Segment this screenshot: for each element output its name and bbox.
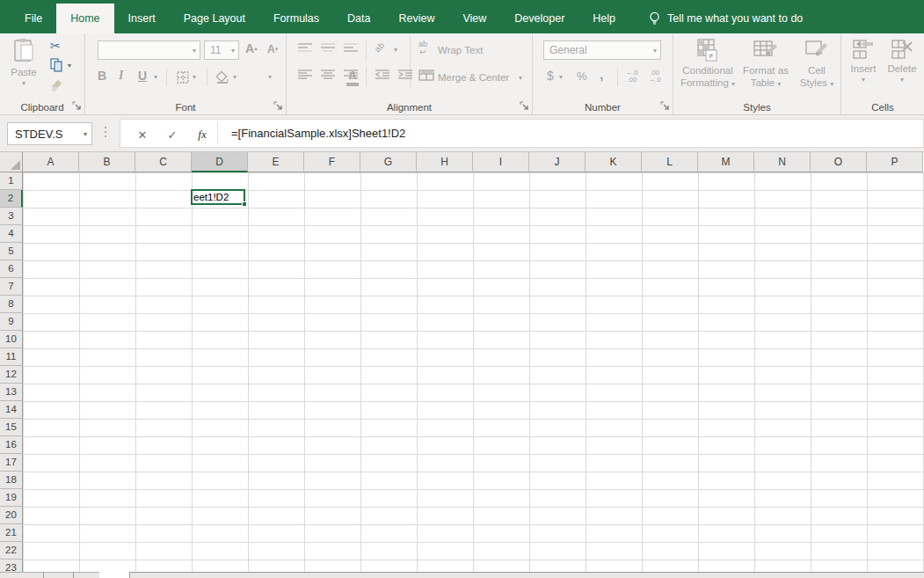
row-header[interactable]: 1 xyxy=(0,172,23,190)
merge-center-label[interactable]: Merge & Center xyxy=(438,72,509,83)
cancel-button[interactable]: ✕ xyxy=(131,124,154,145)
middle-align-button[interactable] xyxy=(320,42,336,53)
formula-input[interactable]: =[FinancialSample.xlsx]Sheet1!D2 xyxy=(231,127,405,140)
row-header[interactable]: 11 xyxy=(0,348,23,366)
font-name-combo[interactable]: ▾ xyxy=(98,40,200,60)
menu-tab[interactable]: Data xyxy=(333,4,384,33)
underline-button[interactable]: U xyxy=(138,69,147,83)
fill-handle[interactable] xyxy=(242,201,247,207)
name-box-dropdown-icon[interactable]: ▾ xyxy=(84,131,87,138)
row-header[interactable]: 17 xyxy=(0,454,23,472)
menu-tab[interactable]: Home xyxy=(56,4,113,33)
merge-center-button[interactable] xyxy=(418,70,434,81)
row-header[interactable]: 15 xyxy=(0,419,23,436)
select-all-button[interactable] xyxy=(0,152,23,172)
underline-dropdown-icon[interactable]: ▾ xyxy=(154,74,157,81)
tell-me-box[interactable]: Tell me what you want to do xyxy=(649,4,803,33)
row-header[interactable]: 8 xyxy=(0,296,23,313)
fill-color-dropdown-icon[interactable]: ▾ xyxy=(233,74,236,81)
sheet-cells[interactable]: eet1!D2 xyxy=(23,172,924,578)
row-header[interactable]: 18 xyxy=(0,472,23,489)
sheet-tab-bar-left[interactable] xyxy=(0,572,99,578)
row-header[interactable]: 2 xyxy=(0,190,23,208)
font-color-dropdown-icon[interactable]: ▾ xyxy=(268,74,272,81)
menu-tab[interactable]: Developer xyxy=(500,4,578,33)
font-dialog-launcher[interactable] xyxy=(273,101,283,111)
column-header[interactable]: N xyxy=(754,152,811,172)
menu-tab[interactable]: View xyxy=(448,4,500,33)
wrap-text-label[interactable]: Wrap Text xyxy=(438,45,483,55)
insert-cells-button[interactable]: Insert ▾ xyxy=(846,39,881,84)
align-left-button[interactable] xyxy=(297,69,313,79)
menu-tab[interactable]: File xyxy=(11,4,56,33)
menu-tab[interactable]: Help xyxy=(578,4,629,33)
align-right-button[interactable] xyxy=(343,69,359,79)
column-header[interactable]: P xyxy=(867,152,923,172)
row-header[interactable]: 5 xyxy=(0,243,23,260)
bottom-align-button[interactable] xyxy=(343,42,359,53)
row-header[interactable]: 3 xyxy=(0,208,23,225)
delete-cells-button[interactable]: Delete ▾ xyxy=(884,39,920,84)
increase-decimal-button[interactable]: ←.0.00 xyxy=(626,70,638,84)
bold-button[interactable]: B xyxy=(98,69,106,83)
conditional-formatting-button[interactable]: ≠ Conditional Formatting ▾ xyxy=(679,39,737,89)
alignment-dialog-launcher[interactable] xyxy=(520,101,529,111)
orientation-dropdown-icon[interactable]: ▾ xyxy=(394,47,397,54)
percent-style-button[interactable]: % xyxy=(577,70,587,83)
orientation-button[interactable]: ab xyxy=(375,42,384,52)
copy-button[interactable] xyxy=(50,58,62,75)
copy-dropdown-icon[interactable]: ▾ xyxy=(68,62,71,70)
column-header[interactable]: M xyxy=(698,152,754,172)
column-header[interactable]: D xyxy=(192,152,248,172)
merge-center-dropdown-icon[interactable]: ▾ xyxy=(519,75,522,82)
column-header[interactable]: F xyxy=(304,152,360,172)
column-header[interactable]: O xyxy=(811,152,867,172)
increase-font-size-button[interactable]: A▴ xyxy=(245,41,258,55)
fill-color-button[interactable] xyxy=(215,70,230,86)
number-dialog-launcher[interactable] xyxy=(660,101,670,111)
menu-tab[interactable]: Page Layout xyxy=(170,4,259,33)
menu-tab[interactable]: Review xyxy=(384,4,448,33)
horizontal-scrollbar-area[interactable] xyxy=(129,572,924,578)
row-header[interactable]: 19 xyxy=(0,489,23,507)
format-as-table-button[interactable]: Format as Table ▾ xyxy=(738,39,793,89)
borders-button[interactable] xyxy=(177,71,189,86)
column-header[interactable]: J xyxy=(529,152,586,172)
row-header[interactable]: 20 xyxy=(0,507,23,524)
column-header[interactable]: E xyxy=(248,152,304,172)
borders-dropdown-icon[interactable]: ▾ xyxy=(193,74,196,81)
column-header[interactable]: C xyxy=(135,152,192,172)
cut-button[interactable]: ✂ xyxy=(50,39,61,53)
menu-tab[interactable]: Insert xyxy=(114,4,170,33)
name-box[interactable]: STDEV.S ▾ xyxy=(7,122,92,145)
comma-style-button[interactable]: , xyxy=(600,67,603,83)
cell-styles-button[interactable]: Cell Styles ▾ xyxy=(795,39,839,89)
row-header[interactable]: 4 xyxy=(0,225,23,243)
row-header[interactable]: 10 xyxy=(0,331,23,348)
row-header[interactable]: 14 xyxy=(0,401,23,419)
insert-function-button[interactable]: fx xyxy=(191,124,214,145)
active-cell[interactable]: eet1!D2 xyxy=(191,189,245,205)
enter-button[interactable]: ✓ xyxy=(161,124,184,145)
decrease-font-size-button[interactable]: A▾ xyxy=(267,43,278,55)
menu-tab[interactable]: Formulas xyxy=(259,4,333,33)
row-header[interactable]: 21 xyxy=(0,524,23,542)
column-header[interactable]: B xyxy=(79,152,135,172)
formula-bar-resizer[interactable] xyxy=(105,127,106,137)
column-header[interactable]: A xyxy=(23,152,79,172)
row-header[interactable]: 16 xyxy=(0,436,23,454)
column-header[interactable]: L xyxy=(642,152,698,172)
format-painter-button[interactable] xyxy=(50,79,63,94)
row-header[interactable]: 22 xyxy=(0,542,23,560)
row-header[interactable]: 13 xyxy=(0,384,23,401)
column-header[interactable]: K xyxy=(586,152,642,172)
column-header[interactable]: G xyxy=(360,152,417,172)
align-center-button[interactable] xyxy=(320,69,336,79)
row-header[interactable]: 7 xyxy=(0,278,23,296)
row-header[interactable]: 6 xyxy=(0,260,23,278)
italic-button[interactable]: I xyxy=(119,69,123,83)
increase-indent-button[interactable] xyxy=(397,69,413,79)
clipboard-dialog-launcher[interactable] xyxy=(72,101,82,111)
font-size-combo[interactable]: 11 ▾ xyxy=(204,40,239,60)
number-format-combo[interactable]: General ▾ xyxy=(543,40,661,60)
